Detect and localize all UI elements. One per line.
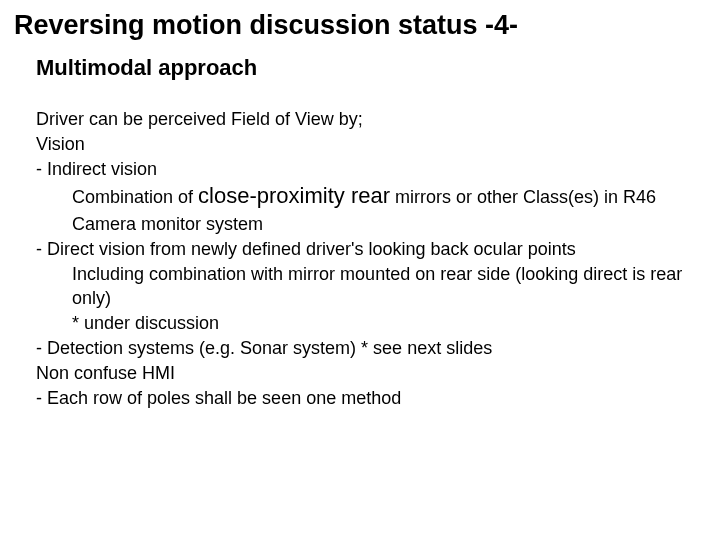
slide-title: Reversing motion discussion status -4- — [14, 10, 706, 41]
body-text: Driver can be perceived Field of View by… — [36, 107, 706, 410]
bullet-direct-sub1: Including combination with mirror mounte… — [36, 262, 706, 312]
bullet-indirect-sub2: Camera monitor system — [36, 212, 706, 237]
close-proximity-rear-text: close-proximity rear — [198, 183, 390, 208]
bullet-indirect-sub1: Combination of close-proximity rear mirr… — [36, 181, 706, 211]
slide-subtitle: Multimodal approach — [36, 55, 706, 81]
bullet-direct-sub2: * under discussion — [36, 311, 706, 336]
hmi-line-2: - Each row of poles shall be seen one me… — [36, 386, 706, 411]
text-frag: Combination of — [72, 187, 198, 207]
text-frag: mirrors or other Class(es) in R46 — [390, 187, 656, 207]
hmi-line-1: Non confuse HMI — [36, 361, 706, 386]
intro-line-1: Driver can be perceived Field of View by… — [36, 107, 706, 132]
bullet-indirect: - Indirect vision — [36, 157, 706, 182]
slide: Reversing motion discussion status -4- M… — [0, 0, 720, 540]
bullet-direct: - Direct vision from newly defined drive… — [36, 237, 706, 262]
bullet-detection: - Detection systems (e.g. Sonar system) … — [36, 336, 706, 361]
intro-line-2: Vision — [36, 132, 706, 157]
